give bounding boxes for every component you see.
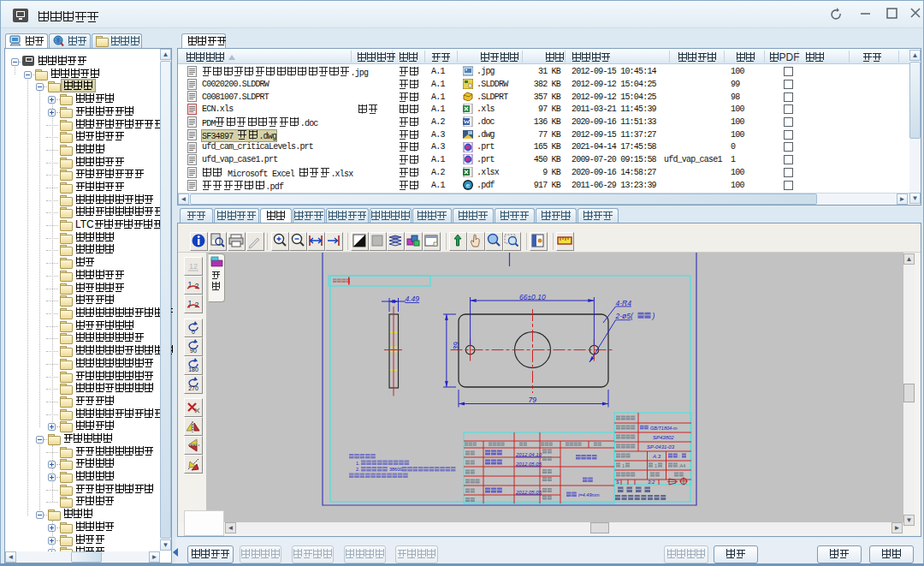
svg-text:2.: 2.: [356, 467, 360, 472]
svg-text:38600: 38600: [389, 467, 402, 472]
svg-text:4.49: 4.49: [406, 295, 420, 303]
svg-text:): ): [652, 312, 655, 320]
svg-text:GB/T1804-m: GB/T1804-m: [650, 426, 678, 431]
svg-text:2012.04.10: 2012.04.10: [515, 452, 542, 457]
svg-text:e: e: [466, 182, 471, 189]
svg-text:4-R4: 4-R4: [616, 299, 632, 307]
svg-text:66±0.10: 66±0.10: [519, 293, 546, 301]
svg-text:2012.05.05: 2012.05.05: [515, 490, 542, 495]
svg-text:S: S: [616, 480, 619, 485]
svg-text:90: 90: [190, 348, 197, 354]
svg-text:2012.05.05: 2012.05.05: [515, 462, 542, 467]
svg-text::: :: [678, 454, 680, 459]
svg-text:180: 180: [188, 366, 198, 372]
svg-text:A.3: A.3: [652, 454, 661, 459]
svg-text:39: 39: [452, 342, 460, 350]
svg-text:0: 0: [192, 329, 195, 335]
svg-text:SP43802: SP43802: [653, 435, 674, 440]
svg-text:1: 1: [654, 463, 657, 468]
svg-text::A4: :A4: [678, 463, 685, 468]
svg-text:1.: 1.: [356, 461, 360, 466]
svg-text:12: 12: [189, 262, 198, 271]
svg-text:SP-0431-03: SP-0431-03: [647, 444, 675, 450]
svg-text:t=4.49mm: t=4.49mm: [578, 492, 600, 497]
svg-text:3:2: 3:2: [648, 480, 655, 485]
svg-text:270: 270: [188, 385, 198, 391]
svg-text:2-ø5(: 2-ø5(: [615, 312, 634, 320]
svg-text:79: 79: [529, 396, 537, 404]
svg-text:1: 1: [622, 463, 625, 468]
